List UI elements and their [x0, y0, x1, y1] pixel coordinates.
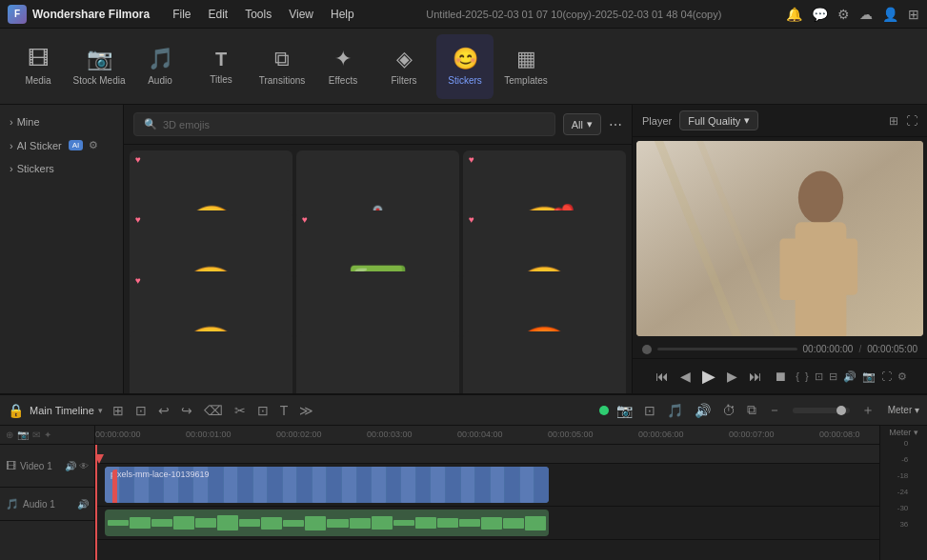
- meter-label[interactable]: Meter ▾: [888, 405, 919, 415]
- tool-media[interactable]: 🎞 Media: [10, 34, 67, 99]
- video-mute-icon[interactable]: 🔊: [65, 461, 76, 471]
- timeline-dropdown-icon[interactable]: ▾: [98, 406, 103, 415]
- add-track-icon[interactable]: ⊕: [6, 430, 13, 440]
- zoom-handle: [836, 406, 846, 415]
- timeline-audio-icon[interactable]: 🎵: [663, 401, 687, 420]
- cloud-icon[interactable]: ☁: [859, 7, 873, 22]
- sidebar-section-ai-sticker[interactable]: › AI Sticker AI ⚙: [0, 133, 123, 157]
- video-clip-left-handle[interactable]: [112, 470, 117, 503]
- wave-bar: [393, 520, 414, 526]
- title-bar: F Wondershare Filmora File Edit Tools Vi…: [0, 0, 927, 29]
- clip-frame: [283, 467, 297, 503]
- timeline-clip-icon[interactable]: ⊡: [640, 401, 659, 420]
- tool-templates[interactable]: ▦ Templates: [497, 34, 554, 99]
- timeline-cut[interactable]: ✂: [231, 401, 250, 420]
- timeline-vol-icon[interactable]: 🔊: [691, 401, 715, 420]
- menu-edit[interactable]: Edit: [200, 5, 235, 24]
- favorite-icon: ♥: [135, 275, 141, 286]
- progress-track[interactable]: [657, 348, 797, 350]
- clip-frame: [342, 467, 356, 503]
- video-eye-icon[interactable]: 👁: [79, 461, 89, 471]
- timeline-crop[interactable]: ⊡: [253, 401, 272, 420]
- favorite-icon: ♥: [469, 154, 474, 165]
- tool-titles[interactable]: T Titles: [192, 34, 250, 99]
- search-box[interactable]: 🔍 3D emojis: [133, 112, 555, 136]
- audio-mute-icon[interactable]: 🔊: [77, 499, 89, 510]
- timeline-text[interactable]: T: [276, 401, 292, 420]
- audio-clip[interactable]: [105, 510, 549, 536]
- frame-forward-icon[interactable]: ▶: [724, 366, 740, 387]
- tool-stickers[interactable]: 😊 Stickers: [436, 34, 494, 99]
- volume-icon[interactable]: 🔊: [843, 370, 856, 383]
- split-view-icon[interactable]: ⊞: [889, 114, 898, 128]
- menu-view[interactable]: View: [281, 5, 321, 24]
- timeline-speed-icon[interactable]: ⏱: [718, 401, 739, 420]
- feedback-icon[interactable]: 💬: [812, 7, 828, 22]
- frame-back-icon[interactable]: ◀: [677, 366, 694, 387]
- filter-dropdown[interactable]: All ▾: [563, 113, 601, 135]
- timeline-tool-select[interactable]: ⊞: [109, 401, 128, 420]
- sidebar-stickers-label: Stickers: [17, 163, 54, 174]
- mark-out-icon[interactable]: }: [805, 370, 809, 382]
- chevron-right-ai-icon: ›: [10, 140, 13, 151]
- meter-18: -18: [897, 471, 909, 480]
- menu-tools[interactable]: Tools: [237, 5, 279, 24]
- timeline-layers-icon[interactable]: ⧉: [743, 400, 760, 420]
- play-button[interactable]: ▶: [699, 363, 718, 390]
- timeline-main: ⊕ 📷 ✉ ✦ 🎞 Video 1 🔊 👁 🎵 Audio 1 🔊: [0, 426, 927, 560]
- render-icon[interactable]: ⊟: [829, 370, 837, 383]
- zoom-in-icon[interactable]: ＋: [857, 400, 878, 421]
- timeline-header: 🔒 Main Timeline ▾ ⊞ ⊡ ↩ ↪ ⌫ ✂ ⊡ T ≫ 📷 ⊡ …: [0, 395, 927, 426]
- transitions-icon: ⧉: [274, 47, 290, 71]
- timeline-lock-icon[interactable]: 🔒: [8, 403, 24, 418]
- skip-forward-icon[interactable]: ⏭: [746, 366, 765, 387]
- notification-icon[interactable]: 🔔: [786, 7, 802, 22]
- effects-icon: ✦: [334, 47, 352, 71]
- timeline-redo[interactable]: ↪: [177, 401, 196, 420]
- effect-track-icon[interactable]: ✦: [44, 430, 51, 440]
- fullscreen-preview-icon[interactable]: ⛶: [906, 114, 917, 128]
- sidebar-section-mine[interactable]: › Mine: [0, 110, 123, 133]
- timeline-more-tools[interactable]: ≫: [295, 401, 317, 420]
- settings-ctrl-icon[interactable]: ⚙: [897, 370, 907, 383]
- grid-icon[interactable]: ⊞: [908, 7, 919, 22]
- tool-audio[interactable]: 🎵 Audio: [131, 34, 189, 99]
- quality-dropdown[interactable]: Full Quality ▾: [679, 110, 758, 130]
- audio-track-icon: 🎵: [6, 498, 19, 510]
- sticker-item[interactable]: 🌟: [296, 331, 459, 393]
- search-icon: 🔍: [144, 118, 157, 130]
- video-clip[interactable]: pixels-mm-lace-10139619: [105, 467, 549, 503]
- timeline-tool-ripple[interactable]: ⊡: [131, 401, 151, 420]
- tool-transitions[interactable]: ⧉ Transitions: [253, 34, 311, 99]
- menu-file[interactable]: File: [165, 5, 198, 24]
- tool-stock-media[interactable]: 📷 Stock Media: [71, 34, 128, 99]
- favorite-icon: ♥: [135, 214, 141, 225]
- sidebar-section-stickers[interactable]: › Stickers: [0, 157, 123, 180]
- clip-mark-icon[interactable]: ⊡: [815, 370, 823, 383]
- sticker-item[interactable]: 😂: [463, 331, 626, 393]
- more-options-button[interactable]: ⋯: [609, 117, 622, 132]
- wave-bar: [415, 517, 436, 529]
- mark-in-icon[interactable]: {: [796, 370, 799, 382]
- settings-icon[interactable]: ⚙: [837, 7, 850, 22]
- ai-settings-icon[interactable]: ⚙: [89, 139, 98, 151]
- tool-effects[interactable]: ✦ Effects: [314, 34, 372, 99]
- mail-icon[interactable]: ✉: [32, 430, 40, 440]
- zoom-slider[interactable]: [793, 408, 850, 413]
- tool-filters[interactable]: ◈ Filters: [375, 34, 433, 99]
- screenshot-icon[interactable]: 📷: [862, 370, 876, 383]
- timeline-delete[interactable]: ⌫: [200, 401, 227, 420]
- skip-back-icon[interactable]: ⏮: [653, 366, 672, 387]
- account-icon[interactable]: 👤: [882, 7, 898, 22]
- sticker-item[interactable]: 🍊: [130, 331, 292, 393]
- wave-bar: [108, 520, 129, 526]
- titles-label: Titles: [210, 74, 232, 85]
- wave-bar: [239, 519, 260, 527]
- fullscreen-icon[interactable]: ⛶: [881, 370, 892, 382]
- stop-icon[interactable]: ⏹: [771, 366, 790, 387]
- snapshot-icon[interactable]: 📷: [17, 430, 29, 440]
- zoom-out-icon[interactable]: －: [764, 400, 785, 421]
- timeline-camera-icon[interactable]: 📷: [613, 401, 636, 420]
- timeline-undo[interactable]: ↩: [154, 401, 173, 420]
- menu-help[interactable]: Help: [323, 5, 362, 24]
